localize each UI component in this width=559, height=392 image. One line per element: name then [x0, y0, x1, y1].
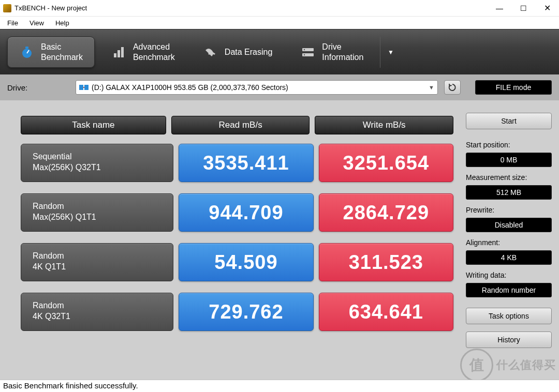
tab-drive-information[interactable]: DriveInformation	[289, 37, 375, 68]
watermark-text: 什么值得买	[496, 357, 556, 373]
toolbar: BasicBenchmark AdvancedBenchmark Data Er…	[0, 29, 559, 74]
bars-icon	[111, 44, 127, 60]
header-write: Write mB/s	[315, 116, 453, 134]
maximize-button[interactable]: ☐	[511, 0, 535, 17]
app-icon	[3, 4, 11, 12]
stopwatch-icon	[19, 44, 35, 60]
header-read: Read mB/s	[171, 116, 310, 134]
drive-label: Drive:	[7, 83, 69, 92]
minimize-button[interactable]: —	[488, 0, 511, 17]
result-row: Random4K Q1T1 54.509 311.523	[21, 243, 453, 281]
watermark-circle: 值	[460, 349, 493, 382]
toolbar-more-dropdown[interactable]: ▼	[380, 37, 401, 68]
history-button[interactable]: History	[466, 331, 552, 348]
status-bar: Basic Benchmark finished successfully.	[0, 380, 559, 392]
svg-rect-1	[25, 47, 28, 49]
results-panel: Task name Read mB/s Write mB/s Sequentia…	[0, 100, 466, 380]
window-controls: — ☐ ✕	[488, 0, 559, 17]
prewrite-label: Prewrite:	[466, 206, 552, 214]
writing-data-label: Writing data:	[466, 271, 552, 279]
task-random-4k-q32t1[interactable]: Random4K Q32T1	[21, 293, 173, 331]
tab-data-erasing[interactable]: Data Erasing	[192, 37, 284, 68]
measurement-size-label: Measurement size:	[466, 173, 552, 182]
tab-advanced-benchmark[interactable]: AdvancedBenchmark	[100, 37, 186, 68]
drive-icon	[300, 44, 316, 60]
close-button[interactable]: ✕	[535, 0, 559, 17]
write-value: 3251.654	[319, 144, 453, 182]
drive-select-value: (D:) GALAX XA1P1000H 953.85 GB (2,000,37…	[92, 83, 288, 92]
writing-data-value[interactable]: Random number	[466, 283, 552, 297]
prewrite-value[interactable]: Disabled	[466, 218, 552, 232]
chevron-down-icon: ▼	[429, 84, 434, 91]
read-value: 729.762	[179, 293, 313, 331]
result-row: SequentialMax(256K) Q32T1 3535.411 3251.…	[21, 144, 453, 182]
svg-point-8	[304, 49, 305, 50]
result-row: RandomMax(256K) Q1T1 944.709 2864.729	[21, 193, 453, 232]
alignment-label: Alignment:	[466, 238, 552, 247]
write-value: 2864.729	[319, 193, 453, 232]
workspace: Task name Read mB/s Write mB/s Sequentia…	[0, 100, 559, 380]
svg-rect-10	[79, 85, 83, 90]
task-sequential-256k-q32t1[interactable]: SequentialMax(256K) Q32T1	[21, 144, 173, 182]
write-value: 311.523	[319, 243, 453, 281]
start-position-label: Start position:	[466, 141, 552, 149]
start-button[interactable]: Start	[466, 113, 552, 129]
read-value: 54.509	[179, 243, 313, 281]
menu-view[interactable]: View	[24, 18, 49, 28]
write-value: 634.641	[319, 293, 453, 331]
drive-selector-row: Drive: (D:) GALAX XA1P1000H 953.85 GB (2…	[0, 74, 559, 100]
svg-rect-5	[121, 47, 124, 57]
svg-rect-4	[117, 50, 120, 57]
drive-select[interactable]: (D:) GALAX XA1P1000H 953.85 GB (2,000,37…	[76, 80, 438, 95]
title-bar: TxBENCH - New project — ☐ ✕	[0, 0, 559, 17]
read-value: 3535.411	[179, 144, 313, 182]
window-title: TxBENCH - New project	[14, 4, 488, 12]
watermark: 值 什么值得买 SMYZ.NET	[460, 349, 556, 382]
task-random-256k-q1t1[interactable]: RandomMax(256K) Q1T1	[21, 193, 173, 232]
read-value: 944.709	[179, 193, 313, 232]
erase-icon	[203, 44, 218, 60]
alignment-value[interactable]: 4 KB	[466, 250, 552, 265]
file-mode-button[interactable]: FILE mode	[475, 80, 552, 95]
result-row: Random4K Q32T1 729.762 634.641	[21, 293, 453, 331]
svg-rect-11	[84, 85, 89, 90]
menu-bar: File View Help	[0, 17, 559, 29]
task-options-button[interactable]: Task options	[466, 308, 552, 324]
start-position-value[interactable]: 0 MB	[466, 153, 552, 167]
menu-help[interactable]: Help	[50, 18, 75, 28]
task-random-4k-q1t1[interactable]: Random4K Q1T1	[21, 243, 173, 281]
side-panel: Start Start position: 0 MB Measurement s…	[466, 100, 559, 380]
svg-rect-3	[114, 53, 116, 57]
svg-point-9	[304, 54, 305, 55]
drive-device-icon	[79, 84, 89, 91]
measurement-size-value[interactable]: 512 MB	[466, 185, 552, 200]
refresh-button[interactable]	[444, 80, 461, 95]
results-header: Task name Read mB/s Write mB/s	[21, 116, 453, 134]
tab-basic-benchmark[interactable]: BasicBenchmark	[7, 37, 95, 68]
header-task: Task name	[21, 116, 166, 134]
menu-file[interactable]: File	[2, 18, 23, 28]
refresh-icon	[448, 83, 457, 92]
